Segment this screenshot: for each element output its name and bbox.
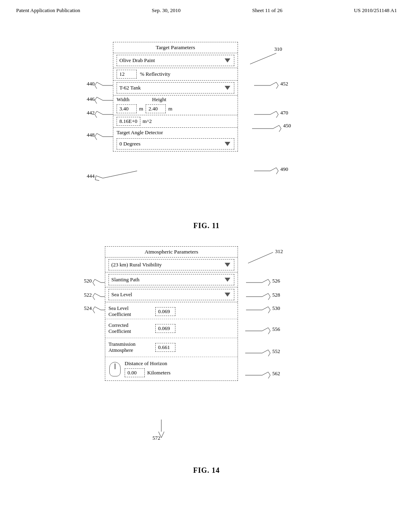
annot-310: 310 [274,46,282,52]
annot-452: 452 [280,81,288,87]
annot-528: 528 [272,292,280,298]
horizon-content: Distance of Horizon 0.00 Kilometers [125,360,234,377]
sea-level-dropdown[interactable]: Sea Level [108,289,234,300]
horizon-unit: Kilometers [147,370,171,376]
sea-level-dropdown-row: Sea Level [105,287,238,302]
header-sheet: Sheet 11 of 26 [252,7,282,14]
corrected-coeff-label: CorrectedCoefficient [108,322,153,335]
visibility-dropdown[interactable]: (23 km) Rural Visibility [108,259,234,270]
sea-level-coeff-row: Sea LevelCoefficient 0.069 [105,302,238,319]
annot-572: 572 [152,435,161,441]
visibility-dropdown-arrow[interactable] [223,261,232,269]
horizon-input[interactable]: 0.00 [125,368,145,377]
fig14-panel: Atmospheric Parameters (23 km) Rural Vis… [105,246,238,381]
svg-line-8 [103,171,137,178]
transmission-input[interactable]: 0.661 [155,343,175,352]
tank-dropdown-arrow[interactable] [223,84,232,92]
patent-header: Patent Application Publication Sep. 30, … [0,0,413,18]
fig11-panel: Target Parameters Olive Drab Paint 12 % … [113,42,238,152]
angle-dropdown[interactable]: 0 Degrees [117,138,234,150]
annot-448: 448 [87,132,95,138]
paint-dropdown-row: Olive Drab Paint [113,53,238,68]
annot-556: 556 [272,326,280,332]
fig11-wrapper: 310 [24,42,389,215]
angle-label: Target Angle Detector [113,128,238,137]
annot-520: 520 [84,278,92,284]
path-dropdown-row: Slanting Path [105,272,238,287]
reflectivity-row: 12 % Reflectivity [113,68,238,81]
wh-inputs: 3.40 m 2.40 m [113,104,238,115]
annot-552: 552 [272,348,280,355]
visibility-triangle-icon [225,263,230,267]
annot-470: 470 [280,110,288,116]
angle-dropdown-arrow[interactable] [223,140,232,148]
fig11-label: FIG. 11 [24,222,389,230]
visibility-dropdown-row: (23 km) Rural Visibility [105,258,238,272]
height-input[interactable]: 2.40 [146,104,166,113]
sea-level-triangle-icon [225,293,230,297]
sea-level-coeff-input[interactable]: 0.069 [155,307,175,316]
content-area: 310 [0,18,413,499]
annot-442: 442 [87,110,95,116]
area-input[interactable]: 8.16E+0 [117,117,140,126]
fig14-panel-title: Atmospheric Parameters [105,247,238,258]
mouse-icon [108,361,121,379]
width-unit: m [139,106,143,112]
paint-triangle-icon [225,58,230,62]
angle-dropdown-row: 0 Degrees [113,137,238,151]
horizon-label: Distance of Horizon [125,360,234,368]
sea-level-coeff-label: Sea LevelCoefficient [108,305,153,318]
annot-490: 490 [280,166,288,172]
horizon-section: Distance of Horizon 0.00 Kilometers [105,357,238,380]
annot-312: 312 [275,248,283,255]
fig14-label: FIG. 14 [24,466,389,475]
transmission-row: TransmissionAtmosphere 0.661 [105,338,238,357]
header-date: Sep. 30, 2010 [152,7,181,14]
wh-labels: Width Height [113,96,238,104]
path-dropdown-arrow[interactable] [223,276,232,284]
fig11-panel-title: Target Parameters [113,42,238,53]
path-dropdown[interactable]: Slanting Path [108,274,234,285]
height-unit: m [168,106,172,112]
header-left: Patent Application Publication [16,7,80,14]
annot-562: 562 [272,370,280,377]
paint-dropdown[interactable]: Olive Drab Paint [117,55,234,66]
reflectivity-input[interactable]: 12 [117,70,137,79]
height-label: Height [152,96,166,103]
angle-triangle-icon [225,142,230,146]
tank-dropdown-row: T-62 Tank [113,81,238,96]
annot-526: 526 [272,278,280,284]
transmission-label: TransmissionAtmosphere [108,341,153,353]
svg-line-10 [248,252,273,263]
fig11-section: 310 [24,42,389,230]
fig14-section: 312 520 522 524 526 528 530 556 552 562 … [24,246,389,475]
area-row: 8.16E+0 m^2 [113,115,238,128]
corrected-coeff-row: CorrectedCoefficient 0.069 [105,319,238,338]
tank-dropdown[interactable]: T-62 Tank [117,82,234,94]
horizon-input-row: 0.00 Kilometers [125,368,234,377]
sea-level-dropdown-arrow[interactable] [223,291,232,299]
annot-444: 444 [87,173,95,179]
reflectivity-label: % Reflectivity [140,71,170,77]
annot-450: 450 [283,123,291,129]
width-label: Width [117,96,149,103]
svg-line-0 [250,53,276,64]
annot-440: 440 [87,81,95,87]
width-input[interactable]: 3.40 [117,104,137,113]
tank-triangle-icon [225,86,230,90]
annot-522: 522 [84,292,92,298]
annot-446: 446 [87,96,95,102]
header-patent: US 2010/251148 A1 [354,7,397,14]
fig14-wrapper: 312 520 522 524 526 528 530 556 552 562 … [24,246,389,460]
corrected-coeff-input[interactable]: 0.069 [155,324,175,333]
annot-530: 530 [272,305,280,312]
paint-dropdown-arrow[interactable] [223,56,232,64]
annot-524: 524 [84,305,92,312]
area-unit: m^2 [143,118,152,125]
path-triangle-icon [225,278,230,282]
